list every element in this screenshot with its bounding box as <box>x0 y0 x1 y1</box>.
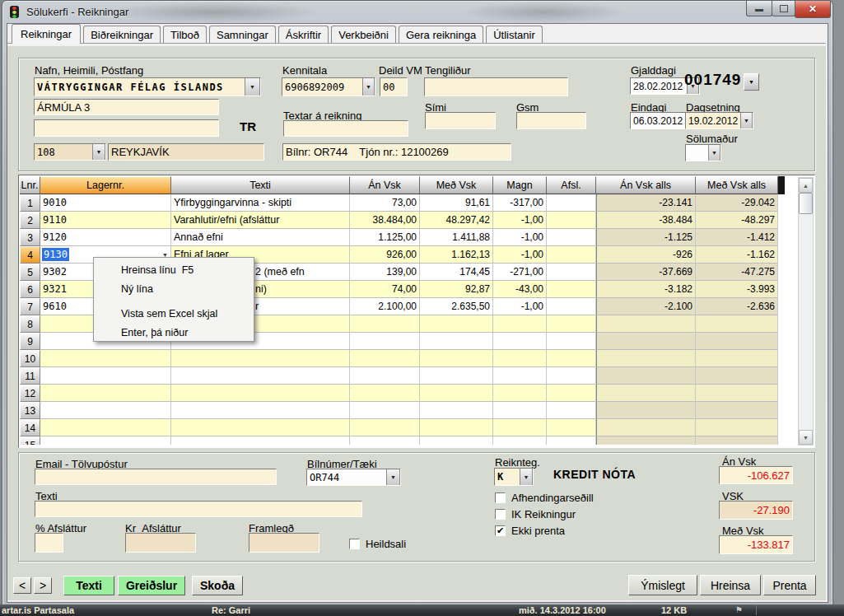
texti-cell[interactable] <box>171 402 350 419</box>
an-vsk-alls-cell[interactable] <box>596 419 696 436</box>
chevron-down-icon[interactable]: ▼ <box>362 77 375 96</box>
framlegd-field[interactable] <box>249 533 319 553</box>
checkbox-ik-reikningur[interactable]: IK Reikningur <box>495 506 594 522</box>
med-vsk-alls-cell[interactable] <box>696 402 778 419</box>
med-vsk-cell[interactable]: 91,61 <box>420 194 493 212</box>
mislegt-button[interactable]: Ýmislegt <box>628 575 697 595</box>
row-number-cell[interactable]: 4 <box>20 246 40 264</box>
an-vsk-cell[interactable]: 73,00 <box>350 194 420 212</box>
textar-field[interactable] <box>283 120 408 137</box>
an-vsk-alls-cell[interactable]: -1.125 <box>596 229 696 246</box>
med-vsk-cell[interactable]: 2.635,50 <box>420 298 493 315</box>
row-number-cell[interactable]: 3 <box>20 229 40 246</box>
grei-slur-button[interactable]: Greiðslur <box>118 576 185 595</box>
taskbar-item-12-kb[interactable]: 12 KB <box>661 605 687 615</box>
row-number-cell[interactable]: 12 <box>20 385 40 402</box>
taskbar[interactable]: ⚑ artar.is PartasalaRe: Garrimið. 14.3.2… <box>0 604 844 616</box>
chevron-down-icon[interactable]: ▼ <box>520 468 533 486</box>
an-vsk-alls-cell[interactable]: -23.141 <box>596 194 696 212</box>
tab-samningar[interactable]: Samningar <box>209 26 276 44</box>
lagernr-cell[interactable]: 9110 <box>40 212 171 229</box>
row-number-cell[interactable]: 7 <box>20 298 40 315</box>
afsl-cell[interactable] <box>547 350 596 367</box>
an-vsk-alls-cell[interactable] <box>596 333 696 350</box>
sko-a-button[interactable]: Skoða <box>192 576 243 595</box>
magn-cell[interactable] <box>493 419 547 436</box>
afsl-cell[interactable] <box>547 212 596 229</box>
scrollbar-thumb[interactable] <box>799 193 813 214</box>
an-vsk-cell[interactable]: 38.484,00 <box>350 212 420 229</box>
texti-cell[interactable] <box>171 436 350 445</box>
magn-cell[interactable]: -43,00 <box>493 281 547 298</box>
texti-cell[interactable] <box>171 367 350 385</box>
tengilidur-field[interactable] <box>424 77 568 96</box>
magn-cell[interactable] <box>493 385 547 402</box>
an-vsk-alls-cell[interactable] <box>596 402 696 419</box>
med-vsk-cell[interactable]: 1.411,88 <box>420 229 493 246</box>
checkbox-icon[interactable] <box>349 539 360 549</box>
lagernr-cell[interactable] <box>40 367 171 385</box>
invoice-number-dropdown[interactable]: ▼ <box>744 73 759 91</box>
gsm-field[interactable] <box>516 112 586 129</box>
tab-gera-reikninga[interactable]: Gera reikninga <box>399 26 483 44</box>
texti-cell[interactable] <box>171 385 350 402</box>
texti-cell[interactable]: Annað efni <box>171 229 350 246</box>
med-vsk-alls-cell[interactable]: -1.162 <box>696 246 778 264</box>
row-number-cell[interactable]: 1 <box>20 194 40 212</box>
magn-cell[interactable] <box>493 333 547 350</box>
menu-item-n-l-na[interactable]: Ný lína <box>94 279 254 298</box>
an-vsk-alls-cell[interactable] <box>596 385 696 402</box>
med-vsk-cell[interactable] <box>420 333 493 350</box>
checkbox-icon[interactable] <box>495 509 506 520</box>
taskbar-flag-icon[interactable]: ⚑ <box>735 605 743 614</box>
an-vsk-cell[interactable]: 2.100,00 <box>350 298 420 315</box>
maximize-button[interactable] <box>772 1 795 16</box>
reiknteg-combo[interactable]: K ▼ <box>494 468 534 486</box>
an-vsk-alls-cell[interactable]: -3.182 <box>596 281 696 298</box>
row-number-cell[interactable]: 5 <box>20 264 40 281</box>
chevron-down-icon[interactable]: ▼ <box>386 469 400 486</box>
med-vsk-cell[interactable] <box>420 402 493 419</box>
med-vsk-alls-cell[interactable] <box>696 436 778 445</box>
magn-cell[interactable] <box>493 367 547 385</box>
med-vsk-alls-cell[interactable] <box>696 419 778 436</box>
kennitala-combo[interactable]: 6906892009 ▼ <box>282 77 375 96</box>
an-vsk-alls-cell[interactable] <box>596 315 696 333</box>
an-vsk-cell[interactable] <box>350 367 420 385</box>
afsl-cell[interactable] <box>547 436 596 445</box>
scroll-down-icon[interactable]: ▼ <box>799 430 813 445</box>
tab-reikningar[interactable]: Reikningar <box>12 24 81 44</box>
magn-cell[interactable]: -317,00 <box>493 194 547 212</box>
med-vsk-alls-cell[interactable]: -2.636 <box>696 298 778 315</box>
checkbox-icon[interactable]: ✔ <box>495 525 506 536</box>
address2-field[interactable] <box>34 119 219 137</box>
med-vsk-cell[interactable] <box>420 350 493 367</box>
med-vsk-alls-cell[interactable]: -47.275 <box>696 264 778 281</box>
magn-cell[interactable]: -271,00 <box>493 264 547 281</box>
med-vsk-alls-cell[interactable] <box>696 333 778 350</box>
an-vsk-cell[interactable] <box>350 402 420 419</box>
an-vsk-cell[interactable] <box>350 333 420 350</box>
magn-cell[interactable]: -1,00 <box>493 212 547 229</box>
lagernr-cell[interactable] <box>40 385 171 402</box>
minimize-button[interactable]: ▬ <box>746 1 772 16</box>
med-vsk-alls-cell[interactable]: -1.412 <box>696 229 778 246</box>
magn-cell[interactable]: -1,00 <box>493 229 547 246</box>
med-vsk-alls-cell[interactable] <box>696 367 778 385</box>
magn-cell[interactable] <box>493 436 547 445</box>
afsl-cell[interactable] <box>547 315 596 333</box>
city-field[interactable]: REYKJAVÍK <box>108 143 264 161</box>
address1-field[interactable]: ÁRMÚLA 3 <box>34 99 219 115</box>
afsl-cell[interactable] <box>547 229 596 246</box>
magn-cell[interactable] <box>493 402 547 419</box>
med-vsk-cell[interactable] <box>420 385 493 402</box>
an-vsk-alls-cell[interactable]: -926 <box>596 246 696 264</box>
taskbar-item-artar-is-partasala[interactable]: artar.is Partasala <box>2 605 74 615</box>
an-vsk-cell[interactable]: 139,00 <box>350 264 420 281</box>
an-vsk-cell[interactable] <box>350 350 420 367</box>
med-vsk-cell[interactable] <box>420 367 493 385</box>
chevron-down-icon[interactable]: ▼ <box>245 77 260 96</box>
texti-cell[interactable] <box>171 350 350 367</box>
row-number-cell[interactable]: 9 <box>20 333 40 350</box>
row-number-cell[interactable]: 15 <box>20 436 40 445</box>
